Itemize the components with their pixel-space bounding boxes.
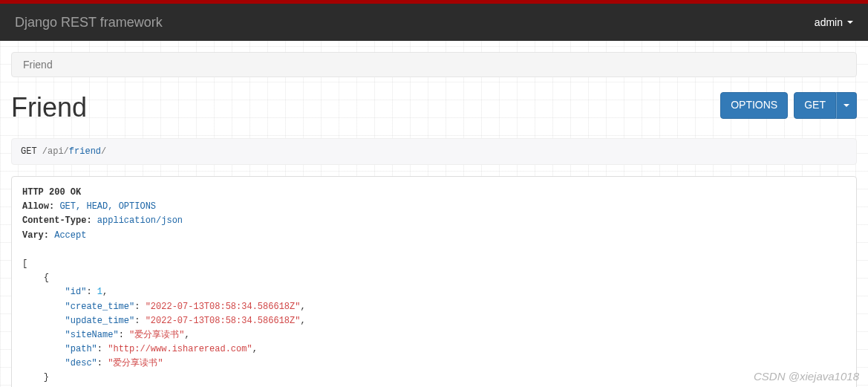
request-method: GET — [21, 146, 37, 157]
user-menu[interactable]: admin — [815, 16, 853, 28]
json-brace: } — [44, 372, 49, 383]
json-value: "2022-07-13T08:58:34.586618Z" — [146, 302, 301, 312]
navbar: Django REST framework admin — [0, 4, 868, 41]
json-value: "2022-07-13T08:58:34.586618Z" — [146, 316, 301, 326]
breadcrumb-current: Friend — [23, 59, 53, 71]
user-name: admin — [815, 16, 843, 28]
header-allow-name: Allow: — [22, 201, 54, 212]
request-path-leaf: friend — [69, 146, 101, 157]
request-path-trail: / — [101, 146, 106, 157]
response-body: HTTP 200 OK Allow: GET, HEAD, OPTIONS Co… — [11, 176, 857, 387]
get-button[interactable]: GET — [794, 92, 836, 119]
json-value: "http://www.ishareread.com" — [108, 344, 252, 354]
header-vary-name: Vary: — [22, 230, 49, 241]
action-buttons: OPTIONS GET — [720, 92, 857, 119]
header-allow-value: GET, HEAD, OPTIONS — [59, 201, 156, 212]
json-key: "desc" — [65, 358, 97, 368]
json-value: 1 — [97, 287, 102, 297]
json-bracket: [ — [22, 258, 27, 269]
chevron-down-icon — [843, 104, 849, 107]
request-line: GET /api/friend/ — [11, 138, 857, 165]
json-key: "id" — [65, 287, 87, 297]
json-key: "update_time" — [65, 316, 135, 326]
brand-title[interactable]: Django REST framework — [15, 15, 163, 30]
get-dropdown-toggle[interactable] — [836, 92, 857, 119]
json-key: "siteName" — [65, 330, 119, 340]
json-key: "create_time" — [65, 302, 135, 312]
header-vary-value: Accept — [54, 230, 86, 241]
header-ctype-name: Content-Type: — [22, 215, 92, 226]
header-ctype-value: application/json — [97, 215, 183, 226]
get-button-group: GET — [794, 92, 857, 119]
json-value: "爱分享读书" — [108, 358, 163, 368]
page-title: Friend — [11, 92, 87, 123]
chevron-down-icon — [847, 21, 853, 24]
request-path-root: /api/ — [42, 146, 69, 157]
options-button[interactable]: OPTIONS — [720, 92, 788, 119]
json-brace: { — [44, 273, 49, 283]
breadcrumb: Friend — [11, 52, 857, 77]
response-status: HTTP 200 OK — [22, 187, 81, 198]
json-value: "爱分享读书" — [129, 330, 184, 340]
json-key: "path" — [65, 344, 97, 354]
